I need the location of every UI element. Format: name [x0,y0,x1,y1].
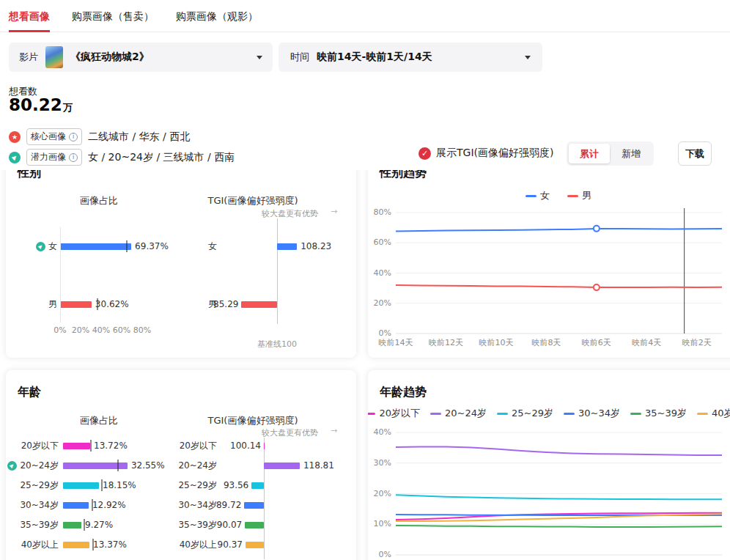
y-axis-tick-label: 30% [368,458,391,468]
potential-profile-badge-label: 潜力画像 [31,151,66,163]
benchmark-tick [126,240,128,252]
movie-poster [45,46,63,68]
download-button[interactable]: 下载 [678,141,712,166]
bar-value-label: 9.27% [85,519,113,531]
gender-panel: 性别 画像占比 TGI(画像偏好强弱度) ▶女69.37%男30.62%0%20… [6,161,356,358]
tab-bar: 想看画像 购票画像（售卖） 购票画像（观影） [0,0,730,32]
tgi-bar [264,463,300,469]
chevron-down-icon [257,56,262,59]
axis-arrow-icon: → [331,207,337,216]
age-panel-title: 年龄 [18,385,41,400]
benchmark-tick [97,298,98,310]
tgi-value-label: 85.29 [193,298,238,310]
x-axis-tick-label: 映前2天 [674,337,720,348]
x-axis-tick-label: 映前8天 [523,337,569,348]
bar-category-label: 女 [158,240,217,252]
bar-category-text: 男 [48,298,57,311]
trend-plot [368,370,730,560]
series-line-男 [396,285,722,287]
tgi-bar [277,243,297,250]
x-axis-tick-label: 映前4天 [623,337,670,348]
time-select-value: 映前14天-映前1天/14天 [317,51,517,64]
tgi-bar [245,522,264,528]
bar-category-text: 30~34岁 [20,499,59,512]
axis-arrow-icon: → [331,426,337,435]
show-tgi-checkbox[interactable]: ✓ 展示TGI(画像偏好强弱度) [419,147,553,160]
info-icon[interactable]: i [69,153,78,162]
header: 想看画像 购票画像（售卖） 购票画像（观影） 影片 《疯狂动物城2》 时间 映前… [0,0,730,170]
tab-purchase-profile-watch[interactable]: 购票画像（观影） [176,0,258,32]
core-star-icon: ★ [9,131,21,143]
age-trend-panel: 年龄趋势 20岁以下20~24岁25~29岁30~34岁35~39岁40岁以上0… [368,370,730,560]
info-icon[interactable]: i [69,133,78,141]
y-axis-tick-label: 40% [368,427,391,437]
x-axis-tick-label: 80% [128,325,157,335]
chevron-down-icon [525,56,531,59]
tab-purchase-profile-sale[interactable]: 购票画像（售卖） [72,0,154,32]
time-select[interactable]: 时间 映前14天-映前1天/14天 [279,43,542,72]
bar-category-label: 35~39岁 [6,519,59,531]
y-axis-tick-label: 60% [368,237,391,247]
tgi-value-label: 89.72 [196,499,241,511]
segment-new[interactable]: 新增 [611,144,652,163]
bar-category-label: 30~34岁 [6,499,59,511]
tgi-bar [246,542,264,548]
bar-value-label: 18.15% [103,479,136,491]
x-axis-tick-label: 映前12天 [422,337,469,348]
bar-category-label: 25~29岁 [6,479,59,491]
bar-value-label: 12.92% [92,499,126,511]
benchmark-tick [101,479,103,491]
share-bar [60,243,131,250]
tab-want-profile[interactable]: 想看画像 [9,0,50,32]
y-axis-tick-label: 40% [368,268,391,278]
tgi-value-label: 100.14 [215,440,261,452]
want-count-number: 80.22 [9,95,62,114]
y-axis-line [60,227,61,323]
y-axis-tick-label: 0% [368,550,391,559]
y-axis-tick-label: 80% [368,207,391,217]
y-axis-tick-label: 10% [368,519,391,528]
tgi-bar [251,482,264,489]
core-profile-badge-label: 核心画像 [31,130,66,143]
gender-trend-panel: 性别趋势 女男0%20%40%60%80%映前14天映前12天映前10天映前8天… [368,161,730,358]
benchmark-tick [90,440,92,452]
gender-share-chart-title: 画像占比 [37,194,161,207]
x-axis-tick-label: 映前6天 [573,337,620,348]
core-profile-text: 二线城市 / 华东 / 西北 [88,130,190,144]
series-line-20~24岁 [396,447,722,456]
want-count-unit: 万 [63,102,73,113]
time-select-label: 时间 [290,51,309,64]
potential-marker-icon: ▶ [34,240,47,253]
tgi-advantage-note: 较大盘更有优势 [262,427,318,438]
share-bar [60,301,92,308]
movie-select-value: 《疯狂动物城2》 [70,51,249,64]
segment-cumulative[interactable]: 累计 [569,144,610,163]
movie-select[interactable]: 影片 《疯狂动物城2》 [9,43,273,72]
benchmark-tick [92,539,94,550]
series-line-25~29岁 [396,495,722,499]
period-toggle: 累计 新增 [567,141,654,166]
bar-category-text: 25~29岁 [20,479,59,492]
bar-category-label: 20~24岁 [158,460,217,471]
bar-category-label: ▶女 [6,240,57,252]
tgi-baseline-line [264,438,265,559]
checkbox-checked-icon: ✓ [419,147,431,160]
bar-category-label: 20岁以下 [158,440,217,452]
benchmark-tick [92,499,93,511]
potential-marker-icon: ▶ [6,459,19,472]
age-panel: 年龄 画像占比 TGI(画像偏好强弱度) 20岁以下13.72%▶20~24岁3… [6,370,356,560]
series-line-35~39岁 [396,526,722,527]
tgi-bar [264,443,265,449]
series-line-女 [396,229,722,232]
trend-plot [368,161,730,358]
movie-select-label: 影片 [19,51,38,64]
show-tgi-label: 展示TGI(画像偏好强弱度) [436,147,553,160]
want-count-value: 80.22万 [9,95,73,114]
share-bar [63,502,89,509]
tgi-baseline-label: 基准线100 [248,339,306,350]
benchmark-tick [84,519,85,531]
bar-category-label: 20岁以下 [6,440,59,452]
benchmark-tick [117,460,119,471]
share-bar [63,542,89,548]
y-axis-tick-label: 20% [368,298,391,308]
